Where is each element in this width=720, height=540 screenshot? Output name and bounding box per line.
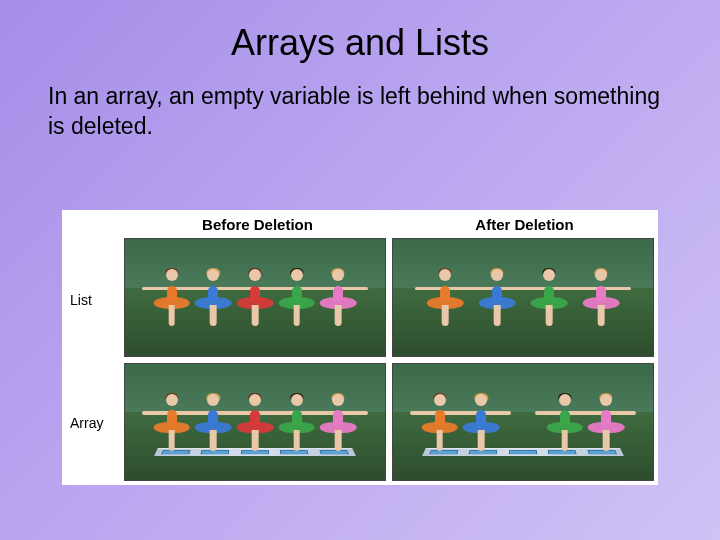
dancer-blue	[197, 394, 230, 452]
scene-array-after	[392, 363, 654, 482]
scene-list-after	[392, 238, 654, 357]
col-header-after: After Deletion	[391, 216, 658, 238]
dancer-orange	[155, 269, 188, 327]
dancer-orange	[428, 269, 461, 327]
dancer-pink	[322, 394, 355, 452]
scene-list-before	[124, 238, 386, 357]
dancer-row	[419, 269, 627, 327]
scene-array-before	[124, 363, 386, 482]
dancer-pink	[584, 269, 617, 327]
dancer-green	[548, 394, 581, 452]
column-headers: Before Deletion After Deletion	[62, 216, 658, 238]
row-label-array: Array	[62, 362, 124, 486]
dancer-blue	[197, 269, 230, 327]
page-title: Arrays and Lists	[0, 0, 720, 82]
dancer-green	[280, 394, 313, 452]
scene-grid	[124, 238, 654, 481]
dancer-pink	[590, 394, 623, 452]
dancer-row	[419, 394, 627, 452]
dancer-red	[238, 269, 271, 327]
row-labels: List Array	[62, 238, 124, 485]
dancer-orange	[155, 394, 188, 452]
dancer-orange	[423, 394, 456, 452]
dancer-blue	[480, 269, 513, 327]
dancer-red	[238, 394, 271, 452]
row-label-list: List	[62, 238, 124, 362]
dancer-pink	[322, 269, 355, 327]
dancer-row	[151, 394, 359, 452]
dancer-green	[532, 269, 565, 327]
body-text: In an array, an empty variable is left b…	[0, 82, 720, 152]
figure: Before Deletion After Deletion List Arra…	[62, 210, 658, 485]
dancer-row	[151, 269, 359, 327]
col-header-before: Before Deletion	[124, 216, 391, 238]
dancer-green	[280, 269, 313, 327]
dancer-blue	[465, 394, 498, 452]
